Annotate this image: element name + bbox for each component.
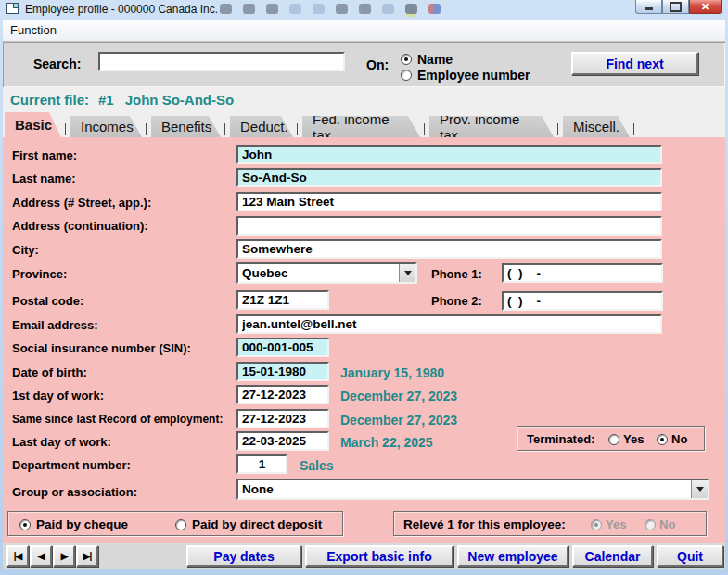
tab-deduct[interactable]: Deduct.	[230, 116, 293, 137]
ghost-toolbar-icons	[220, 3, 441, 15]
ghost-pencil-icon	[405, 4, 417, 14]
maximize-icon[interactable]	[662, 0, 689, 14]
next-record-button[interactable]: ▶	[53, 545, 75, 567]
quit-button[interactable]: Quit	[657, 545, 723, 567]
tab-incomes[interactable]: Incomes	[70, 116, 142, 137]
terminated-no-option[interactable]: No	[657, 432, 687, 446]
search-on-label: On:	[366, 58, 389, 72]
last-day-input[interactable]	[236, 431, 329, 451]
province-select[interactable]: Quebec	[236, 262, 417, 284]
address2-input[interactable]	[236, 216, 662, 236]
name-radio[interactable]	[401, 54, 412, 65]
terminated-yes-radio[interactable]	[608, 434, 619, 445]
paid-by-direct-deposit-option[interactable]: Paid by direct deposit	[175, 518, 322, 531]
search-by-employee-number-option[interactable]: Employee number	[401, 68, 530, 83]
calendar-button[interactable]: Calendar	[572, 545, 653, 567]
export-basic-info-button[interactable]: Export basic info	[305, 545, 453, 567]
same-since-label: Same since last Record of employment:	[12, 413, 223, 426]
employee-number-radio-label: Employee number	[417, 68, 530, 83]
terminated-yes-option[interactable]: Yes	[608, 432, 644, 446]
department-display: Sales	[300, 458, 334, 473]
city-label: City:	[12, 243, 39, 257]
last-name-input[interactable]	[236, 168, 662, 187]
birth-date-input[interactable]	[236, 362, 329, 381]
birth-date-display: January 15, 1980	[340, 365, 444, 380]
department-input[interactable]	[236, 454, 287, 474]
province-dropdown-button[interactable]	[399, 264, 415, 282]
previous-record-icon: ◀	[38, 551, 45, 561]
phone1-input[interactable]	[502, 263, 663, 283]
last-record-button[interactable]: ▶|	[76, 545, 98, 567]
releve-yes-option: Yes	[591, 518, 626, 531]
first-day-display: December 27, 2023	[340, 389, 457, 403]
first-record-button[interactable]: |◀	[6, 545, 29, 567]
sin-input[interactable]	[236, 338, 329, 357]
email-input[interactable]	[236, 314, 662, 334]
terminated-no-label: No	[671, 432, 687, 446]
terminated-yes-label: Yes	[623, 432, 644, 446]
current-file-label: Current file:	[10, 92, 89, 108]
search-input[interactable]	[98, 52, 345, 71]
tab-prov-income-tax[interactable]: Prov. income tax	[429, 116, 554, 137]
address1-input[interactable]	[236, 192, 662, 211]
pay-dates-button[interactable]: Pay dates	[186, 545, 301, 567]
current-file-bar: Current file: #1 John So-And-So	[3, 87, 725, 112]
first-day-label: 1st day of work:	[12, 389, 104, 402]
releve-no-option: No	[645, 518, 675, 531]
tab-divider	[146, 123, 147, 135]
last-day-label: Last day of work:	[12, 435, 111, 449]
employee-number-radio[interactable]	[401, 70, 412, 81]
ghost-icon	[243, 4, 255, 14]
city-input[interactable]	[236, 239, 662, 259]
terminated-no-radio[interactable]	[657, 434, 668, 445]
first-record-icon: |◀	[14, 551, 22, 561]
window-controls: ✕	[635, 0, 722, 14]
tab-divider	[65, 123, 66, 135]
ghost-icon	[220, 4, 232, 14]
paid-by-direct-deposit-radio[interactable]	[175, 519, 186, 530]
tab-miscell[interactable]: Miscell.	[563, 116, 630, 137]
tab-basic[interactable]: Basic	[5, 112, 61, 137]
minimize-icon[interactable]	[635, 0, 662, 14]
releve-label: Relevé 1 for this employee:	[403, 518, 566, 531]
window-title: Employee profile - 000000 Canada Inc.	[25, 3, 218, 16]
phone2-input[interactable]	[502, 291, 663, 311]
tab-divider	[424, 123, 425, 135]
search-by-name-option[interactable]: Name	[401, 52, 453, 67]
last-name-label: Last name:	[12, 172, 76, 185]
form-window-icon	[6, 3, 19, 14]
paid-by-direct-deposit-label: Paid by direct deposit	[192, 518, 322, 531]
paid-by-cheque-label: Paid by cheque	[36, 518, 128, 531]
find-next-button[interactable]: Find next	[571, 52, 698, 75]
group-dropdown-button[interactable]	[691, 480, 708, 498]
email-label: Email address:	[12, 318, 98, 332]
tab-fed-income-tax[interactable]: Fed. income tax	[302, 116, 420, 137]
province-label: Province:	[12, 267, 67, 281]
ghost-icon	[382, 4, 394, 14]
same-since-display: December 27, 2023	[340, 413, 457, 428]
ghost-icon	[289, 4, 301, 14]
first-name-input[interactable]	[236, 145, 662, 164]
ghost-flag-icon	[428, 4, 441, 14]
tab-divider	[557, 123, 558, 135]
menu-function[interactable]: Function	[3, 20, 64, 41]
payment-groupbox: Paid by cheque Paid by direct deposit	[7, 511, 343, 536]
group-select[interactable]: None	[236, 479, 709, 500]
previous-record-button[interactable]: ◀	[30, 545, 52, 567]
same-since-input[interactable]	[236, 409, 329, 428]
terminated-label: Terminated:	[527, 432, 594, 446]
title-bar: Employee profile - 000000 Canada Inc. ✕	[0, 0, 728, 20]
paid-by-cheque-radio[interactable]	[19, 519, 31, 530]
close-icon[interactable]: ✕	[689, 0, 722, 14]
last-day-display: March 22, 2025	[340, 435, 433, 450]
tab-benefits[interactable]: Benefits	[151, 116, 221, 137]
first-day-input[interactable]	[236, 385, 329, 404]
paid-by-cheque-option[interactable]: Paid by cheque	[19, 518, 128, 531]
birth-date-label: Date of birth:	[12, 365, 87, 379]
search-panel: Search: On: Name Employee number Find ne…	[3, 42, 725, 87]
department-label: Department number:	[12, 458, 131, 472]
new-employee-button[interactable]: New employee	[457, 545, 568, 567]
sin-label: Social insurance number (SIN):	[12, 341, 191, 355]
postal-code-input[interactable]	[236, 290, 329, 310]
phone1-label: Phone 1:	[431, 267, 482, 281]
